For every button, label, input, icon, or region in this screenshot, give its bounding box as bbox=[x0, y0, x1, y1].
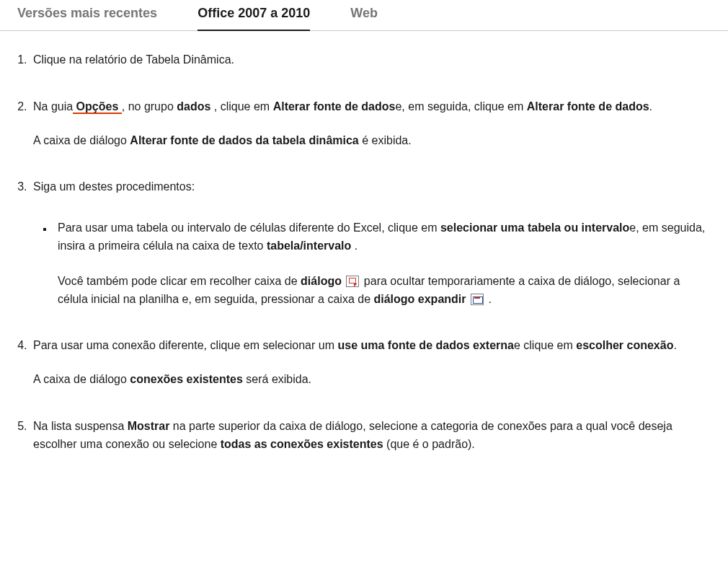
opcoes-highlight: Opções bbox=[76, 100, 119, 114]
collapse-dialog-icon bbox=[346, 276, 359, 287]
step-2-text: Na guia Opções , no grupo dados , clique… bbox=[33, 100, 652, 114]
step-3: Siga um destes procedimentos: Para usar … bbox=[30, 178, 706, 308]
tab-office-2007-2010[interactable]: Office 2007 a 2010 bbox=[197, 0, 310, 31]
expand-dialog-icon bbox=[471, 294, 484, 305]
step-3-intro: Siga um destes procedimentos: bbox=[33, 180, 195, 193]
step-2-note: A caixa de diálogo Alterar fonte de dado… bbox=[33, 132, 706, 150]
step-1-text: Clique na relatório de Tabela Dinâmica. bbox=[33, 53, 234, 66]
step-5: Na lista suspensa Mostrar na parte super… bbox=[30, 418, 706, 454]
article-content: Clique na relatório de Tabela Dinâmica. … bbox=[0, 31, 728, 475]
step-3-bullet-1: Para usar uma tabela ou intervalo de cél… bbox=[53, 219, 706, 308]
tab-list: Versões mais recentes Office 2007 a 2010… bbox=[0, 0, 728, 31]
step-3-bullet-1-detail: Você também pode clicar em recolher caix… bbox=[58, 273, 706, 309]
ordered-steps: Clique na relatório de Tabela Dinâmica. … bbox=[14, 51, 706, 454]
step-4: Para usar uma conexão diferente, clique … bbox=[30, 337, 706, 389]
tab-web[interactable]: Web bbox=[350, 0, 378, 30]
step-4-note: A caixa de diálogo conexões existentes s… bbox=[33, 371, 706, 389]
step-1: Clique na relatório de Tabela Dinâmica. bbox=[30, 51, 706, 69]
step-5-text: Na lista suspensa Mostrar na parte super… bbox=[33, 420, 672, 450]
step-3-bullets: Para usar uma tabela ou intervalo de cél… bbox=[33, 219, 706, 308]
tab-versoes-recentes[interactable]: Versões mais recentes bbox=[17, 0, 157, 30]
step-2: Na guia Opções , no grupo dados , clique… bbox=[30, 98, 706, 150]
step-4-text: Para usar uma conexão diferente, clique … bbox=[33, 339, 677, 351]
